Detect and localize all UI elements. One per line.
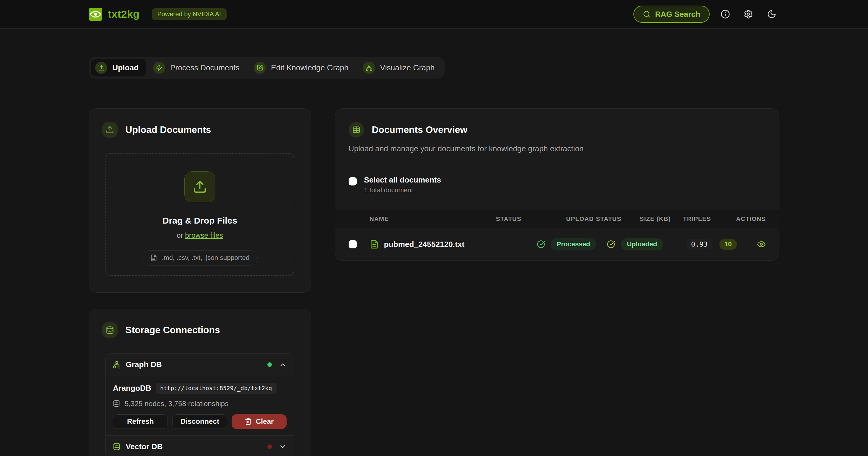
graph-db-stats: 5,325 nodes, 3,758 relationships — [125, 400, 229, 408]
supported-formats-text: .md, .csv, .txt, .json supported — [162, 254, 250, 262]
select-all-label: Select all documents — [364, 175, 441, 185]
file-text-icon — [370, 239, 379, 249]
upload-status-badge: Uploaded — [621, 238, 663, 251]
document-name: pubmed_24552120.txt — [384, 240, 464, 249]
search-icon — [643, 10, 651, 18]
table-grid-icon — [349, 122, 364, 137]
check-circle-icon — [607, 240, 615, 249]
documents-overview-card: Documents Overview Upload and manage you… — [335, 108, 780, 260]
file-icon — [150, 254, 157, 261]
col-status: Status — [496, 215, 566, 222]
provider-name: ArangoDB — [113, 384, 151, 393]
info-icon — [720, 9, 730, 19]
app-window: txt2kg Powered by NVIDIA AI RAG Search — [0, 0, 868, 456]
dropzone-heading: Drag & Drop Files — [162, 216, 237, 226]
eye-icon — [757, 240, 766, 249]
size-value: 0.93 — [687, 239, 712, 250]
chevron-down-icon — [279, 443, 286, 450]
tab-process-documents-label: Process Documents — [170, 63, 240, 72]
tab-upload-label: Upload — [112, 63, 138, 72]
graph-db-details: ArangoDB http://localhost:8529/_db/txt2k… — [106, 376, 294, 435]
triples-count-badge: 10 — [719, 239, 737, 250]
app-title: txt2kg — [108, 8, 140, 21]
db-endpoint-url: http://localhost:8529/_db/txt2kg — [156, 383, 277, 394]
documents-card-subtitle: Upload and manage your documents for kno… — [335, 138, 779, 153]
col-actions: Actions — [704, 215, 766, 222]
col-triples: Triples — [671, 215, 704, 222]
connected-status-dot — [267, 362, 272, 367]
clear-button[interactable]: Clear — [231, 414, 286, 429]
graph-db-section-toggle[interactable]: Graph DB — [106, 354, 294, 376]
db-connections-box: Graph DB ArangoDB http://localhost:8529/… — [105, 353, 294, 456]
disconnected-status-dot — [267, 445, 272, 449]
storage-connections-card: Storage Connections Graph DB ArangoDB — [89, 309, 311, 456]
trash-icon — [245, 418, 252, 425]
tab-upload[interactable]: Upload — [91, 59, 146, 76]
tab-visualize-graph[interactable]: Visualize Graph — [359, 59, 442, 76]
refresh-label: Refresh — [127, 417, 154, 426]
zap-icon — [153, 62, 165, 74]
browse-files-link[interactable]: browse files — [185, 231, 223, 239]
network-graph-icon — [363, 62, 375, 74]
main-tabbar: Upload Process Documents Edit Knowledge … — [89, 57, 445, 78]
brand: txt2kg Powered by NVIDIA AI — [89, 7, 226, 21]
file-dropzone[interactable]: Drag & Drop Files or browse files .md, .… — [105, 153, 294, 276]
refresh-button[interactable]: Refresh — [113, 414, 168, 429]
tab-process-documents[interactable]: Process Documents — [149, 59, 247, 76]
storage-card-title: Storage Connections — [125, 325, 220, 335]
col-name: Name — [370, 215, 496, 222]
or-text: or — [177, 231, 183, 239]
status-badge: Processed — [550, 238, 596, 251]
dropzone-subtext: or browse files — [177, 231, 223, 239]
tab-edit-knowledge-graph-label: Edit Knowledge Graph — [271, 63, 348, 72]
moon-icon — [767, 9, 776, 19]
documents-table-header: Name Status Upload Status Size (KB) Trip… — [335, 210, 779, 228]
info-button[interactable] — [717, 6, 733, 22]
total-documents-label: 1 total document — [364, 186, 441, 194]
tab-visualize-graph-label: Visualize Graph — [380, 63, 435, 72]
disconnect-button[interactable]: Disconnect — [172, 414, 227, 429]
disconnect-label: Disconnect — [181, 417, 219, 426]
theme-toggle-button[interactable] — [764, 6, 779, 22]
database-icon — [113, 443, 121, 450]
clear-label: Clear — [256, 417, 274, 426]
upload-icon — [102, 122, 118, 137]
database-icon — [113, 400, 120, 407]
nvidia-logo-icon — [89, 7, 102, 21]
documents-card-title: Documents Overview — [372, 124, 467, 135]
view-document-button[interactable] — [757, 240, 766, 249]
upload-icon — [184, 171, 215, 202]
chevron-up-icon — [279, 361, 286, 368]
network-graph-icon — [113, 361, 121, 368]
edit-icon — [254, 62, 266, 74]
col-size: Size (KB) — [637, 215, 671, 222]
row-checkbox[interactable] — [349, 240, 357, 249]
top-header: txt2kg Powered by NVIDIA AI RAG Search — [0, 0, 868, 29]
graph-db-label: Graph DB — [126, 360, 162, 369]
select-all-row[interactable]: Select all documents 1 total document — [349, 175, 766, 194]
supported-formats-pill: .md, .csv, .txt, .json supported — [142, 251, 258, 265]
settings-button[interactable] — [741, 6, 756, 22]
rag-search-button[interactable]: RAG Search — [633, 6, 710, 23]
table-row: pubmed_24552120.txt Processed Uploaded 0… — [335, 228, 779, 260]
vector-db-label: Vector DB — [126, 442, 162, 451]
select-all-checkbox[interactable] — [349, 177, 357, 186]
database-icon — [102, 322, 118, 337]
check-circle-icon — [537, 240, 545, 249]
col-upload-status: Upload Status — [566, 215, 637, 222]
upload-icon — [95, 62, 107, 74]
vector-db-section-toggle[interactable]: Vector DB — [106, 435, 294, 456]
tab-edit-knowledge-graph[interactable]: Edit Knowledge Graph — [249, 59, 356, 76]
gear-icon — [744, 9, 753, 19]
powered-by-badge: Powered by NVIDIA AI — [152, 8, 226, 20]
rag-search-label: RAG Search — [655, 10, 700, 19]
upload-card-title: Upload Documents — [125, 124, 211, 135]
upload-documents-card: Upload Documents Drag & Drop Files or br… — [89, 108, 311, 293]
